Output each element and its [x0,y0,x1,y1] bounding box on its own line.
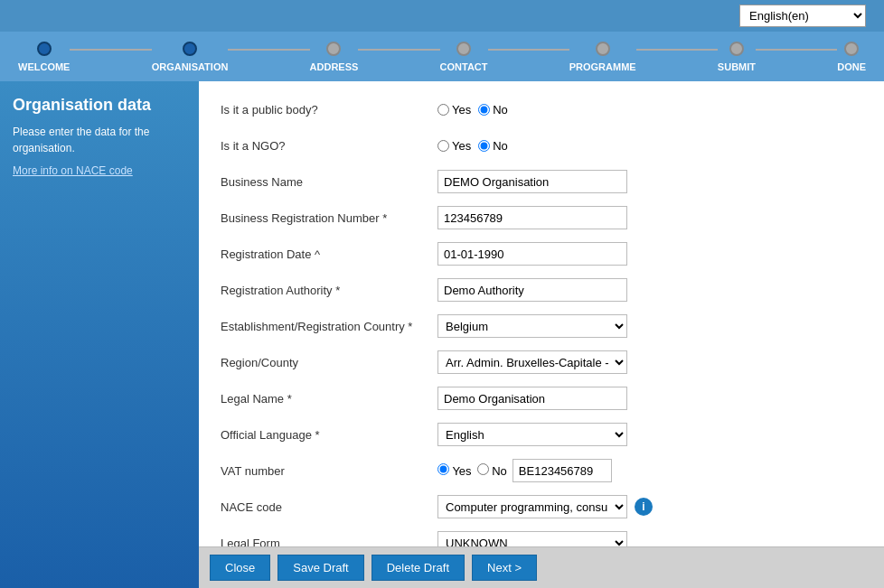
sidebar: Organisation data Please enter the data … [0,81,199,588]
nace-info-icon[interactable]: i [635,498,653,516]
content-area: Is it a public body? Yes No [199,81,884,588]
step-line-4 [488,49,569,51]
registration-authority-field [437,278,862,302]
public-body-label: Is it a public body? [221,103,437,117]
nace-code-row: NACE code Computer programming, consult … [221,493,862,520]
legal-name-row: Legal Name * [221,385,862,412]
progress-bar: WELCOME ORGANISATION ADDRESS CONTACT PRO… [0,32,884,81]
registration-authority-input[interactable] [437,278,627,302]
establishment-country-field: Belgium France Germany [437,314,862,338]
legal-form-select[interactable]: UNKNOWN [437,531,627,546]
business-reg-number-label: Business Registration Number * [221,211,437,225]
step-done: DONE [837,42,866,72]
region-county-label: Region/County [221,356,437,369]
step-contact: CONTACT [440,42,488,72]
close-button[interactable]: Close [210,555,270,581]
public-body-row: Is it a public body? Yes No [221,96,862,123]
establishment-country-row: Establishment/Registration Country * Bel… [221,313,862,340]
sidebar-description: Please enter the data for the organisati… [13,124,186,156]
top-bar: English(en) French(fr) German(de) [0,0,884,32]
ngo-row: Is it a NGO? Yes No [221,132,862,159]
registration-date-field [437,242,862,266]
step-dot-done [844,42,859,56]
region-county-field: Arr. Admin. Bruxelles-Capitale - [437,350,862,374]
step-dot-organisation [183,42,197,56]
public-body-field: Yes No [437,103,862,117]
step-organisation: ORGANISATION [152,42,229,72]
official-language-row: Official Language * English French Germa… [221,421,862,448]
language-select[interactable]: English(en) French(fr) German(de) [739,5,866,27]
step-line-5 [636,49,718,51]
public-body-yes-label[interactable]: Yes [437,103,471,117]
legal-form-label: Legal Form [221,537,437,547]
ngo-radio-group: Yes No [437,139,508,153]
legal-name-field [437,387,862,410]
footer-bar: Close Save Draft Delete Draft Next > [199,546,884,588]
delete-draft-button[interactable]: Delete Draft [371,555,465,581]
step-dot-contact [456,42,471,56]
legal-name-label: Legal Name * [221,392,437,406]
registration-date-row: Registration Date ^ [221,240,862,267]
step-line-3 [358,49,439,51]
business-name-label: Business Name [221,175,437,189]
vat-yes-radio[interactable] [437,463,449,475]
nace-code-label: NACE code [221,500,437,514]
establishment-country-select[interactable]: Belgium France Germany [437,314,627,338]
nace-link[interactable]: More info on NACE code [13,164,133,177]
legal-form-field: UNKNOWN [437,531,862,546]
step-dot-welcome [37,42,52,56]
nace-code-select[interactable]: Computer programming, consult [437,495,627,518]
business-reg-number-row: Business Registration Number * [221,204,862,231]
save-draft-button[interactable]: Save Draft [277,555,363,581]
vat-number-field: Yes No [437,459,862,482]
step-dot-address [326,42,341,56]
step-address: ADDRESS [310,42,359,72]
region-county-select[interactable]: Arr. Admin. Bruxelles-Capitale - [437,350,627,374]
step-programme: PROGRAMME [569,42,636,72]
establishment-country-label: Establishment/Registration Country * [221,320,437,333]
ngo-yes-label[interactable]: Yes [437,139,471,153]
step-line-1 [70,49,151,51]
ngo-label: Is it a NGO? [221,139,437,153]
public-body-no-label[interactable]: No [478,103,508,117]
vat-value-input[interactable] [513,459,612,482]
business-name-field [437,170,862,193]
vat-yes-label[interactable]: Yes [437,463,472,478]
sidebar-title: Organisation data [13,96,186,115]
business-reg-number-field [437,206,862,229]
ngo-no-radio[interactable] [478,140,490,152]
public-body-yes-radio[interactable] [437,104,449,116]
public-body-no-radio[interactable] [478,104,490,116]
region-county-row: Region/County Arr. Admin. Bruxelles-Capi… [221,349,862,376]
legal-name-input[interactable] [437,387,627,410]
main-layout: Organisation data Please enter the data … [0,81,884,588]
step-welcome: WELCOME [18,42,70,72]
vat-no-radio[interactable] [477,463,489,475]
vat-no-label[interactable]: No [477,463,507,478]
official-language-select[interactable]: English French German [437,423,627,446]
step-line-2 [228,49,309,51]
registration-date-label: Registration Date ^ [221,247,437,261]
ngo-field: Yes No [437,139,862,153]
official-language-label: Official Language * [221,428,437,442]
public-body-radio-group: Yes No [437,103,508,117]
official-language-field: English French German [437,423,862,446]
step-line-6 [756,49,837,51]
step-submit: SUBMIT [718,42,756,72]
step-dot-programme [596,42,610,56]
ngo-no-label[interactable]: No [478,139,508,153]
business-name-input[interactable] [437,170,627,193]
legal-form-row: Legal Form UNKNOWN [221,529,862,546]
next-button[interactable]: Next > [472,555,537,581]
vat-number-label: VAT number [221,464,437,478]
form-scroll: Is it a public body? Yes No [199,81,884,546]
registration-date-input[interactable] [437,242,627,266]
vat-number-row: VAT number Yes No [221,457,862,484]
registration-authority-label: Registration Authority * [221,284,437,297]
step-dot-submit [729,42,744,56]
nace-code-field: Computer programming, consult i [437,495,862,518]
registration-authority-row: Registration Authority * [221,276,862,303]
ngo-yes-radio[interactable] [437,140,449,152]
language-selector-wrapper: English(en) French(fr) German(de) [739,5,866,27]
business-reg-number-input[interactable] [437,206,627,229]
